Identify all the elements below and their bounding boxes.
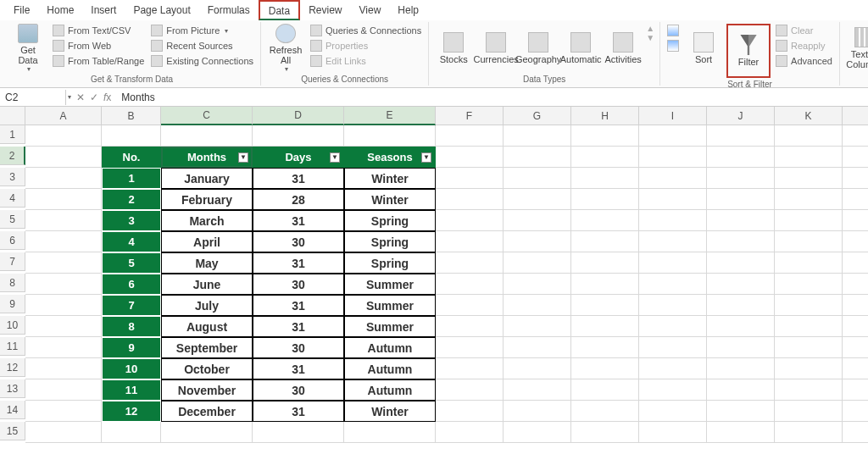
cell-B10[interactable]: 8	[102, 316, 161, 337]
cell-A12[interactable]	[25, 358, 102, 379]
cell-D6[interactable]: 30	[253, 231, 344, 252]
cell-F2[interactable]	[436, 147, 504, 168]
cell-I11[interactable]	[639, 337, 707, 358]
from-web-button[interactable]: From Web	[51, 39, 146, 53]
queries-connections-button[interactable]: Queries & Connections	[309, 24, 423, 37]
formula-input[interactable]: Months	[116, 90, 868, 105]
filter-button[interactable]: Filter	[729, 26, 768, 75]
cell-E13[interactable]: Autumn	[344, 379, 436, 401]
cell-D2[interactable]: Days▼	[253, 147, 344, 168]
row-header-4[interactable]: 4	[0, 189, 25, 208]
cell-J7[interactable]	[707, 252, 775, 274]
currencies-button[interactable]: Currencies	[476, 24, 515, 73]
cell-G8[interactable]	[504, 274, 571, 295]
cell-F6[interactable]	[436, 231, 504, 252]
cell-G3[interactable]	[504, 168, 571, 189]
cell-B1[interactable]	[102, 125, 161, 147]
column-header-L[interactable]: L	[843, 107, 868, 125]
cell-I2[interactable]	[639, 147, 707, 168]
cell-K5[interactable]	[775, 210, 843, 231]
column-header-I[interactable]: I	[639, 107, 707, 125]
cell-F8[interactable]	[436, 274, 504, 295]
cell-I12[interactable]	[639, 358, 707, 379]
cell-G9[interactable]	[504, 295, 571, 316]
cell-J13[interactable]	[707, 379, 775, 401]
cell-H3[interactable]	[571, 168, 639, 189]
edit-links-button[interactable]: Edit Links	[309, 54, 423, 68]
cell-D15[interactable]	[253, 422, 344, 443]
existing-connections-button[interactable]: Existing Connections	[149, 54, 255, 68]
row-header-11[interactable]: 11	[0, 337, 25, 356]
reapply-filter-button[interactable]: Reapply	[774, 39, 834, 53]
cell-B15[interactable]	[102, 422, 161, 443]
cell-B6[interactable]: 4	[102, 231, 161, 252]
cell-J9[interactable]	[707, 295, 775, 316]
cell-H1[interactable]	[571, 125, 639, 147]
cell-L3[interactable]	[843, 168, 868, 189]
cell-L5[interactable]	[843, 210, 868, 231]
cell-H6[interactable]	[571, 231, 639, 252]
cell-C13[interactable]: November	[161, 379, 253, 401]
cell-E14[interactable]: Winter	[344, 401, 436, 422]
cell-L2[interactable]	[843, 147, 868, 168]
column-header-E[interactable]: E	[344, 107, 436, 125]
tab-file[interactable]: File	[5, 1, 38, 19]
cell-J1[interactable]	[707, 125, 775, 147]
cell-E6[interactable]: Spring	[344, 231, 436, 252]
cell-F10[interactable]	[436, 316, 504, 337]
cell-K8[interactable]	[775, 274, 843, 295]
fx-icon[interactable]: fx	[103, 91, 111, 103]
row-header-5[interactable]: 5	[0, 210, 25, 229]
cell-J12[interactable]	[707, 358, 775, 379]
properties-button[interactable]: Properties	[309, 39, 423, 53]
cell-H10[interactable]	[571, 316, 639, 337]
geography-button[interactable]: Geography	[519, 24, 558, 73]
cell-B7[interactable]: 5	[102, 252, 161, 274]
cell-D3[interactable]: 31	[253, 168, 344, 189]
cell-F9[interactable]	[436, 295, 504, 316]
row-header-6[interactable]: 6	[0, 231, 25, 250]
recent-sources-button[interactable]: Recent Sources	[149, 39, 255, 53]
cell-F3[interactable]	[436, 168, 504, 189]
cell-A11[interactable]	[25, 337, 102, 358]
cell-G7[interactable]	[504, 252, 571, 274]
cell-C1[interactable]	[161, 125, 253, 147]
cell-I8[interactable]	[639, 274, 707, 295]
cell-H14[interactable]	[571, 401, 639, 422]
cell-G5[interactable]	[504, 210, 571, 231]
cell-H9[interactable]	[571, 295, 639, 316]
column-header-A[interactable]: A	[25, 107, 102, 125]
cell-I7[interactable]	[639, 252, 707, 274]
datatypes-scroll[interactable]: ▲▼	[646, 24, 654, 42]
cell-H7[interactable]	[571, 252, 639, 274]
cell-H5[interactable]	[571, 210, 639, 231]
cell-J2[interactable]	[707, 147, 775, 168]
cell-D4[interactable]: 28	[253, 189, 344, 210]
tab-data[interactable]: Data	[259, 0, 300, 20]
cell-C8[interactable]: June	[161, 274, 253, 295]
row-header-13[interactable]: 13	[0, 379, 25, 398]
cell-G14[interactable]	[504, 401, 571, 422]
cell-G10[interactable]	[504, 316, 571, 337]
cell-A6[interactable]	[25, 231, 102, 252]
cell-B4[interactable]: 2	[102, 189, 161, 210]
clear-filter-button[interactable]: Clear	[774, 24, 834, 37]
cancel-icon[interactable]: ✕	[76, 91, 85, 103]
tab-view[interactable]: View	[351, 1, 390, 19]
cell-B13[interactable]: 11	[102, 379, 161, 401]
cell-H13[interactable]	[571, 379, 639, 401]
cell-I5[interactable]	[639, 210, 707, 231]
cell-C12[interactable]: October	[161, 358, 253, 379]
stocks-button[interactable]: Stocks	[434, 24, 473, 73]
cell-F14[interactable]	[436, 401, 504, 422]
cell-J5[interactable]	[707, 210, 775, 231]
row-header-3[interactable]: 3	[0, 168, 25, 186]
cell-E4[interactable]: Winter	[344, 189, 436, 210]
cell-C14[interactable]: December	[161, 401, 253, 422]
cell-C11[interactable]: September	[161, 337, 253, 358]
cell-K6[interactable]	[775, 231, 843, 252]
sort-asc-button[interactable]	[665, 24, 681, 37]
filter-dropdown-icon[interactable]: ▼	[330, 152, 340, 163]
cell-K14[interactable]	[775, 401, 843, 422]
get-data-button[interactable]: Get Data ▾	[8, 24, 47, 73]
